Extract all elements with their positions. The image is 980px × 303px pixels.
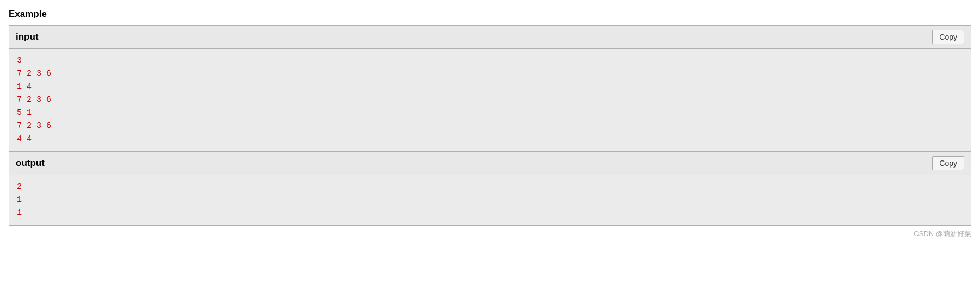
output-content: 211 [9,175,971,225]
input-line: 3 [17,54,963,67]
output-copy-button[interactable]: Copy [932,156,964,170]
input-line: 5 1 [17,107,963,120]
output-line: 1 [17,207,963,220]
input-header: input Copy [9,26,971,49]
input-line: 7 2 3 6 [17,120,963,133]
input-line: 1 4 [17,81,963,94]
example-title: Example [9,9,971,20]
output-header: output Copy [9,151,971,175]
input-line: 7 2 3 6 [17,94,963,107]
input-copy-button[interactable]: Copy [932,30,964,44]
output-line: 1 [17,194,963,207]
footer: CSDN @萌新好菜 [9,229,971,239]
output-label: output [16,158,45,169]
input-label: input [16,32,39,42]
input-content: 37 2 3 61 47 2 3 65 17 2 3 64 4 [9,49,971,151]
example-container: input Copy 37 2 3 61 47 2 3 65 17 2 3 64… [9,25,971,226]
input-line: 7 2 3 6 [17,67,963,81]
output-line: 2 [17,181,963,194]
input-line: 4 4 [17,133,963,146]
